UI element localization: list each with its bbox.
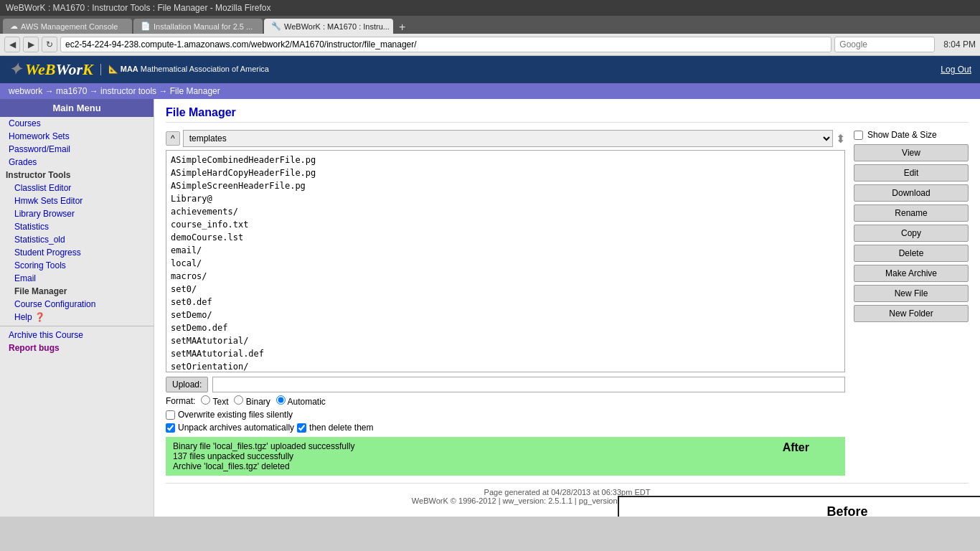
- tab-webwork[interactable]: 🔧 WeBWorK : MA1670 : Instru... ✕: [264, 19, 393, 34]
- logout-link[interactable]: Log Out: [941, 65, 971, 75]
- content-area: File Manager ^ templates ⬍: [154, 99, 980, 517]
- tab-install[interactable]: 📄 Installation Manual for 2.5 ... ✕: [133, 19, 263, 34]
- file-item-15[interactable]: setMAAtutorial/: [169, 334, 842, 347]
- sidebar-item-course-configuration[interactable]: Course Configuration: [0, 298, 154, 311]
- sidebar-item-help[interactable]: Help ❓: [0, 311, 154, 324]
- tab-aws-favicon: ☁: [10, 22, 18, 31]
- sidebar-item-file-manager: File Manager: [0, 285, 154, 298]
- tab-install-favicon: 📄: [141, 22, 151, 31]
- tab-aws-close[interactable]: ✕: [123, 22, 129, 30]
- download-button[interactable]: Download: [854, 184, 969, 202]
- delete-button[interactable]: Delete: [854, 245, 969, 262]
- sidebar-item-archive-course[interactable]: Archive this Course: [0, 329, 154, 342]
- tab-install-close[interactable]: ✕: [258, 22, 263, 30]
- sidebar-item-hmwk-sets-editor[interactable]: Hmwk Sets Editor: [0, 194, 154, 207]
- show-date-row: Show Date & Size: [854, 130, 969, 140]
- forward-button[interactable]: ▶: [23, 37, 39, 52]
- after-title: After: [783, 441, 809, 454]
- format-automatic-label[interactable]: Automatic: [276, 395, 326, 407]
- sidebar-item-email[interactable]: Email: [0, 272, 154, 285]
- sidebar-item-statistics[interactable]: Statistics: [0, 220, 154, 233]
- main-layout: Main Menu Courses Homework Sets Password…: [0, 99, 980, 517]
- edit-button[interactable]: Edit: [854, 164, 969, 182]
- file-item-6[interactable]: course_info.txt: [169, 218, 842, 231]
- sidebar-item-classlist-editor[interactable]: Classlist Editor: [0, 182, 154, 194]
- file-item-4[interactable]: Library@: [169, 192, 842, 205]
- address-text: ec2-54-224-94-238.compute-1.amazonaws.co…: [65, 39, 417, 50]
- new-folder-button[interactable]: New Folder: [854, 305, 969, 322]
- sidebar-item-grades[interactable]: Grades: [0, 156, 154, 169]
- file-item-2[interactable]: ASimpleHardCopyHeaderFile.pg: [169, 166, 842, 179]
- sidebar-item-report-bugs[interactable]: Report bugs: [0, 342, 154, 354]
- new-file-button[interactable]: New File: [854, 285, 969, 302]
- tab-webwork-favicon: 🔧: [271, 22, 281, 31]
- then-delete-text: then delete them: [309, 423, 373, 433]
- content-wrapper: ^ templates ⬍ ASimpleCombinedHeaderFile.…: [166, 130, 969, 476]
- unpack-label[interactable]: Unpack archives automatically then delet…: [166, 423, 845, 433]
- rename-button[interactable]: Rename: [854, 204, 969, 222]
- format-label: Format:: [166, 396, 195, 406]
- view-button[interactable]: View: [854, 144, 969, 161]
- address-bar[interactable]: ec2-54-224-94-238.compute-1.amazonaws.co…: [60, 37, 831, 52]
- back-button[interactable]: ◀: [4, 37, 20, 52]
- overwrite-label[interactable]: Overwrite existing files silently: [166, 410, 845, 420]
- dir-dropdown-icon: ⬍: [836, 132, 845, 146]
- browser-tabs: ☁ AWS Management Console ✕ 📄 Installatio…: [0, 16, 980, 34]
- fm-right: Show Date & Size View Edit Download Rena…: [854, 130, 969, 476]
- sidebar-item-homework-sets[interactable]: Homework Sets: [0, 130, 154, 143]
- format-binary-label[interactable]: Binary: [234, 395, 270, 407]
- tab-webwork-label: WeBWorK : MA1670 : Instru...: [284, 22, 390, 31]
- sidebar-item-library-browser[interactable]: Library Browser: [0, 207, 154, 220]
- sidebar-item-statistics-old[interactable]: Statistics_old: [0, 233, 154, 246]
- format-text-radio[interactable]: [201, 395, 210, 405]
- sidebar-item-courses[interactable]: Courses: [0, 117, 154, 130]
- format-text-label[interactable]: Text: [201, 395, 228, 407]
- options-row-overwrite: Overwrite existing files silently: [166, 410, 845, 420]
- sidebar-divider: [0, 326, 154, 326]
- file-item-3[interactable]: ASimpleScreenHeaderFile.pg: [169, 179, 842, 192]
- format-automatic-radio[interactable]: [276, 395, 286, 405]
- refresh-button[interactable]: ↻: [42, 37, 57, 52]
- search-input[interactable]: [834, 37, 935, 52]
- time-display: 8:04 PM: [943, 39, 976, 50]
- file-list-container[interactable]: ASimpleCombinedHeaderFile.pg ASimpleHard…: [166, 150, 845, 372]
- overwrite-text: Overwrite existing files silently: [178, 410, 293, 420]
- show-date-checkbox[interactable]: [854, 131, 863, 140]
- file-item-5[interactable]: achievements/: [169, 205, 842, 218]
- breadcrumb-bar: webwork → ma1670 → instructor tools → Fi…: [0, 83, 980, 99]
- overwrite-checkbox[interactable]: [166, 410, 175, 420]
- sidebar-item-password-email[interactable]: Password/Email: [0, 143, 154, 156]
- file-item-8[interactable]: email/: [169, 244, 842, 257]
- site-logo: ✦ WeBWorK 📐 MAA Mathematical Association…: [9, 60, 269, 79]
- tab-install-label: Installation Manual for 2.5 ...: [154, 22, 253, 31]
- copy-button[interactable]: Copy: [854, 225, 969, 242]
- upload-file-input[interactable]: [212, 377, 845, 392]
- new-tab-button[interactable]: +: [395, 21, 410, 34]
- tab-aws[interactable]: ☁ AWS Management Console ✕: [3, 19, 132, 34]
- format-binary-radio[interactable]: [234, 395, 243, 405]
- before-popup: Before Overwrite existing files silently…: [618, 496, 980, 517]
- file-item-9[interactable]: local/: [169, 257, 842, 270]
- then-delete-checkbox[interactable]: [297, 423, 306, 433]
- file-item-14[interactable]: setDemo.def: [169, 321, 842, 334]
- unpack-checkbox[interactable]: [166, 423, 175, 433]
- file-item-13[interactable]: setDemo/: [169, 309, 842, 321]
- file-item-12[interactable]: set0.def: [169, 296, 842, 309]
- browser-nav: ◀ ▶ ↻ ec2-54-224-94-238.compute-1.amazon…: [0, 34, 980, 56]
- upload-button[interactable]: Upload:: [166, 377, 208, 392]
- page-title: File Manager: [166, 106, 969, 123]
- directory-select[interactable]: templates: [183, 130, 833, 147]
- file-item-1[interactable]: ASimpleCombinedHeaderFile.pg: [169, 154, 842, 166]
- file-item-17[interactable]: setOrientation/: [169, 360, 842, 372]
- sidebar-item-student-progress[interactable]: Student Progress: [0, 246, 154, 259]
- file-item-10[interactable]: macros/: [169, 270, 842, 283]
- up-button[interactable]: ^: [166, 131, 180, 146]
- tab-aws-label: AWS Management Console: [21, 22, 118, 31]
- make-archive-button[interactable]: Make Archive: [854, 265, 969, 282]
- file-item-7[interactable]: demoCourse.lst: [169, 231, 842, 244]
- file-item-16[interactable]: setMAAtutorial.def: [169, 347, 842, 360]
- sidebar-item-scoring-tools[interactable]: Scoring Tools: [0, 259, 154, 272]
- sidebar-menu-title: Main Menu: [0, 99, 154, 117]
- file-item-11[interactable]: set0/: [169, 283, 842, 296]
- fm-container: ^ templates ⬍ ASimpleCombinedHeaderFile.…: [166, 130, 969, 476]
